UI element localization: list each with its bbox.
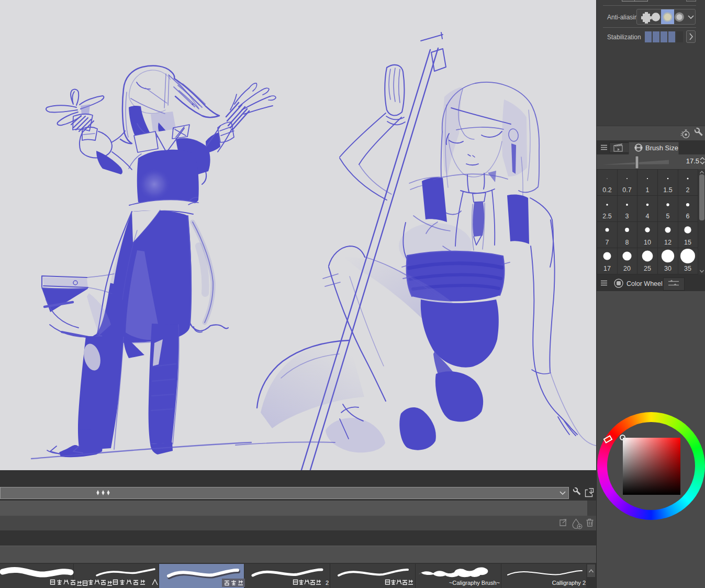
svg-text:17: 17 bbox=[603, 265, 611, 272]
svg-text:10: 10 bbox=[644, 239, 651, 246]
svg-text:Brush Size: Brush Size bbox=[645, 144, 678, 152]
svg-text:1: 1 bbox=[646, 186, 650, 194]
svg-text:12: 12 bbox=[664, 239, 672, 246]
svg-text:Calligraphy 2: Calligraphy 2 bbox=[552, 580, 586, 586]
svg-text:0.7: 0.7 bbox=[622, 186, 631, 194]
svg-text:0.2: 0.2 bbox=[602, 186, 611, 194]
svg-text:30: 30 bbox=[664, 265, 672, 272]
svg-text:2: 2 bbox=[326, 580, 329, 586]
svg-text:5: 5 bbox=[666, 213, 670, 220]
svg-text:17.5: 17.5 bbox=[686, 157, 699, 165]
svg-text:20: 20 bbox=[623, 265, 631, 272]
svg-text:6: 6 bbox=[686, 213, 690, 220]
svg-text:3: 3 bbox=[625, 213, 629, 220]
svg-text:35: 35 bbox=[684, 265, 691, 272]
svg-text:8: 8 bbox=[625, 239, 629, 246]
svg-text:25: 25 bbox=[644, 265, 651, 272]
svg-text:2: 2 bbox=[686, 186, 690, 194]
svg-text:~Caligraphy Brush~: ~Caligraphy Brush~ bbox=[449, 580, 500, 586]
svg-text:2.5: 2.5 bbox=[602, 213, 611, 220]
svg-text:1.5: 1.5 bbox=[663, 186, 672, 194]
svg-text:Color Wheel: Color Wheel bbox=[626, 280, 663, 287]
svg-text:7: 7 bbox=[606, 239, 609, 246]
svg-text:15: 15 bbox=[684, 239, 691, 246]
svg-text:4: 4 bbox=[646, 213, 650, 220]
